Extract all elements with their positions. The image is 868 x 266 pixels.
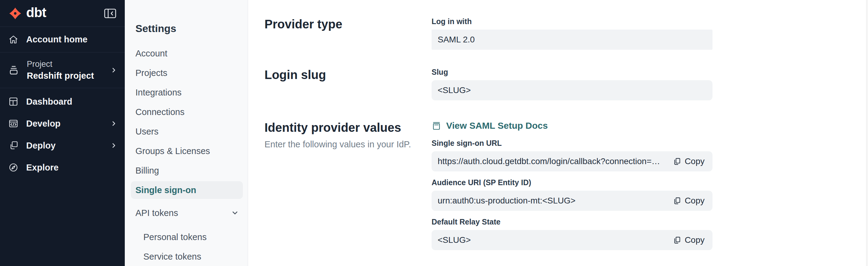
view-saml-setup-docs-link[interactable]: View SAML Setup Docs <box>432 121 712 131</box>
audience-uri-value: urn:auth0:us-production-mt:<SLUG> <box>438 196 576 206</box>
settings-nav-item-billing[interactable]: Billing <box>135 161 248 180</box>
sidebar-item-project[interactable]: Project Redshift project <box>0 52 125 88</box>
collapse-icon <box>104 8 116 18</box>
settings-nav: Settings Account Projects Integrations C… <box>125 0 248 266</box>
project-labels: Project Redshift project <box>27 59 94 81</box>
copy-label: Copy <box>685 157 705 166</box>
provider-type-heading: Provider type <box>265 17 432 31</box>
log-in-with-value: SAML 2.0 <box>438 35 475 45</box>
slug-field[interactable]: <SLUG> <box>432 80 712 100</box>
chevron-right-icon <box>110 120 118 127</box>
sidebar-item-label: Deploy <box>26 141 56 151</box>
sidebar-item-account-home[interactable]: Account home <box>0 27 125 52</box>
dashboard-icon <box>8 97 18 106</box>
settings-nav-item-single-sign-on[interactable]: Single sign-on <box>131 181 243 199</box>
login-slug-heading: Login slug <box>265 68 432 82</box>
deploy-icon <box>8 141 18 151</box>
home-icon <box>8 35 18 45</box>
log-in-with-field[interactable]: SAML 2.0 <box>432 30 712 50</box>
project-kicker: Project <box>27 59 94 69</box>
settings-nav-item-account[interactable]: Account <box>135 44 248 63</box>
sidebar-item-label: Develop <box>26 119 61 129</box>
sso-url-field: https://auth.cloud.getdbt.com/login/call… <box>432 151 712 171</box>
sidebar-item-label: Explore <box>26 163 58 172</box>
audience-uri-row: Audience URI (SP Entity ID) urn:auth0:us… <box>432 178 712 211</box>
project-stack-icon <box>8 65 19 75</box>
settings-nav-item-service-tokens[interactable]: Service tokens <box>143 247 248 266</box>
develop-icon <box>8 119 18 128</box>
copy-icon <box>673 157 681 166</box>
sso-url-value: https://auth.cloud.getdbt.com/login/call… <box>438 157 664 166</box>
slug-label: Slug <box>432 68 712 77</box>
project-name: Redshift project <box>27 71 94 81</box>
copy-audience-uri-button[interactable]: Copy <box>673 196 705 206</box>
copy-default-relay-state-button[interactable]: Copy <box>673 235 705 245</box>
sso-url-label: Single sign-on URL <box>432 139 712 148</box>
sidebar-item-deploy[interactable]: Deploy <box>0 135 125 157</box>
log-in-with-label: Log in with <box>432 17 712 26</box>
sidebar-item-label: Dashboard <box>26 97 72 107</box>
settings-nav-item-integrations[interactable]: Integrations <box>135 83 248 102</box>
settings-nav-list: Account Projects Integrations Connection… <box>135 44 248 266</box>
sso-url-row: Single sign-on URL https://auth.cloud.ge… <box>432 139 712 171</box>
main-content: Provider type Log in with SAML 2.0 Login… <box>248 0 868 266</box>
explore-icon <box>8 163 18 172</box>
dbt-logo[interactable]: dbt <box>8 6 46 21</box>
settings-nav-item-users[interactable]: Users <box>135 122 248 141</box>
login-slug-section: Login slug Slug <SLUG> <box>265 68 868 100</box>
sidebar-item-dashboard[interactable]: Dashboard <box>0 90 125 112</box>
copy-icon <box>673 197 681 205</box>
settings-nav-item-connections[interactable]: Connections <box>135 102 248 122</box>
copy-sso-url-button[interactable]: Copy <box>673 157 705 166</box>
dbt-logo-icon <box>8 7 22 20</box>
chevron-right-icon <box>110 66 118 74</box>
docs-link-label: View SAML Setup Docs <box>446 121 548 131</box>
slug-value: <SLUG> <box>438 85 471 95</box>
brand-name: dbt <box>26 6 46 21</box>
identity-provider-values-section: Identity provider values Enter the follo… <box>265 121 868 257</box>
collapse-sidebar-button[interactable] <box>104 8 116 18</box>
sidebar-item-explore[interactable]: Explore <box>0 157 125 179</box>
default-relay-state-value: <SLUG> <box>438 235 471 245</box>
primary-sidebar: dbt Account home Project Redshift projec… <box>0 0 125 266</box>
logo-row: dbt <box>0 0 125 27</box>
provider-type-section: Provider type Log in with SAML 2.0 <box>265 17 868 50</box>
settings-nav-item-personal-tokens[interactable]: Personal tokens <box>143 227 248 247</box>
settings-nav-item-projects[interactable]: Projects <box>135 63 248 83</box>
default-relay-state-row: Default Relay State <SLUG> Copy <box>432 217 712 250</box>
docs-icon <box>432 121 441 131</box>
audience-uri-field: urn:auth0:us-production-mt:<SLUG> Copy <box>432 191 712 211</box>
idp-subtitle: Enter the following values in your IdP. <box>265 139 432 150</box>
settings-nav-item-api-tokens[interactable]: API tokens <box>135 203 239 223</box>
audience-uri-label: Audience URI (SP Entity ID) <box>432 178 712 187</box>
copy-icon <box>673 236 681 244</box>
default-relay-state-field: <SLUG> Copy <box>432 230 712 250</box>
sidebar-item-label: Account home <box>26 34 87 45</box>
scrollbar[interactable] <box>866 0 868 266</box>
copy-label: Copy <box>685 196 705 206</box>
settings-nav-item-groups-licenses[interactable]: Groups & Licenses <box>135 141 248 161</box>
settings-title: Settings <box>135 23 248 34</box>
default-relay-state-label: Default Relay State <box>432 217 712 227</box>
idp-heading: Identity provider values <box>265 121 432 135</box>
chevron-down-icon <box>231 209 239 217</box>
copy-label: Copy <box>685 235 705 245</box>
sidebar-item-develop[interactable]: Develop <box>0 112 125 135</box>
chevron-right-icon <box>110 142 118 149</box>
api-tokens-label: API tokens <box>135 208 178 218</box>
sidebar-menu: Dashboard Develop Deploy <box>0 88 125 179</box>
